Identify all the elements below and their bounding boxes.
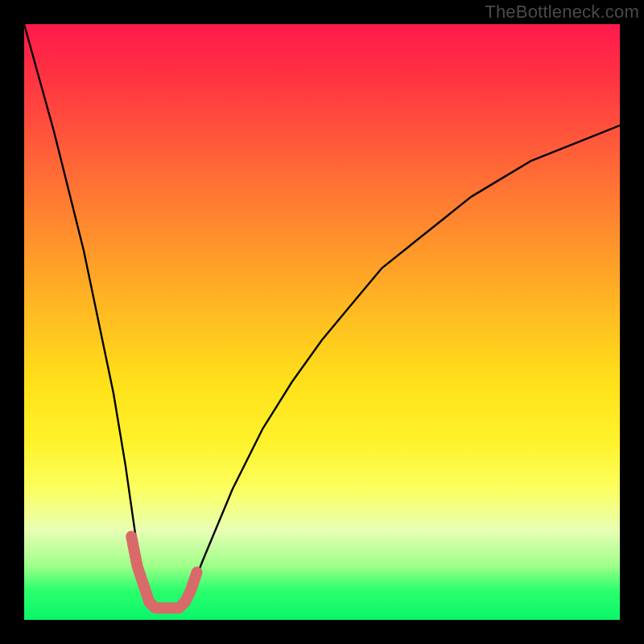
chart-frame: TheBottleneck.com [0, 0, 644, 644]
watermark-text: TheBottleneck.com [485, 2, 639, 23]
plot-area [24, 24, 620, 620]
gradient-background [24, 24, 620, 620]
